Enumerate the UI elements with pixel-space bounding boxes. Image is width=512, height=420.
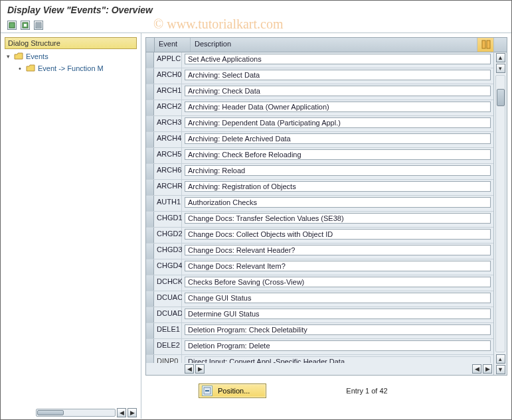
row-handle[interactable] [146,339,154,354]
description-field[interactable]: Archiving: Registration of Objects [185,181,491,192]
description-field[interactable]: Change Docs: Relevant Header? [185,245,491,255]
row-handle[interactable] [146,307,154,322]
hscroll-right-icon[interactable]: ▶ [128,408,137,417]
table-row[interactable]: DCHCKChecks Before Saving (Cross-View) [146,275,493,291]
description-field[interactable]: Archiving: Delete Archived Data [185,133,491,144]
svg-rect-2 [24,24,27,27]
description-field[interactable]: Deletion Program: Delete [185,340,491,351]
cell-event: ARCH1 [154,84,182,100]
description-field[interactable]: Checks Before Saving (Cross-View) [185,277,491,287]
row-handle[interactable] [146,291,154,307]
table-row[interactable]: DCUACChange GUI Status [146,291,493,307]
table-row[interactable]: ARCH6Archiving: Reload [146,164,493,180]
table-rows: APPLCSet Active ApplicationsARCH0Archivi… [146,52,493,363]
tree-bullet-icon: • [17,64,23,72]
row-handle[interactable] [146,52,154,68]
col-header-description[interactable]: Description [191,38,477,52]
description-field[interactable]: Archiving: Select Data [185,70,491,80]
toolbar-btn-3[interactable] [34,21,43,30]
table-hscroll-right-icon[interactable]: ▶ [195,364,205,374]
cell-description: Deletion Program: Delete [182,339,493,354]
row-handle[interactable] [146,164,154,179]
hscroll-thumb[interactable] [37,410,64,415]
tree-node-event-function[interactable]: • Event -> Function M [5,62,141,74]
hscroll-left-icon[interactable]: ◀ [117,408,126,417]
table-row[interactable]: CHGD1Change Docs: Transfer Selection Val… [146,212,493,228]
cell-description: Direct Input: Convert Appl.-Specific Hea… [182,355,493,363]
table-row[interactable]: ARCH4Archiving: Delete Archived Data [146,132,493,148]
vscroll-up-icon[interactable]: ▲ [496,53,505,62]
position-icon [202,385,213,396]
description-field[interactable]: Archiving: Header Data (Owner Applicatio… [185,102,491,112]
table-row[interactable]: ARCH5Archiving: Check Before Reloading [146,148,493,164]
row-handle[interactable] [146,323,154,338]
row-handle[interactable] [146,275,154,291]
description-field[interactable]: Direct Input: Convert Appl.-Specific Hea… [185,356,491,363]
hscroll-track[interactable] [36,409,116,417]
dialog-structure-panel: Dialog Structure ▾ Events • Event -> Fun… [1,33,141,419]
description-field[interactable]: Archiving: Check Data [185,86,491,96]
row-handle[interactable] [146,132,154,147]
table-row[interactable]: DINP0Direct Input: Convert Appl.-Specifi… [146,355,493,363]
vscroll-up2-icon[interactable]: ▾ [496,64,505,73]
description-field[interactable]: Change Docs: Transfer Selection Values (… [185,213,491,224]
toolbar-btn-1[interactable] [7,21,17,30]
description-field[interactable]: Archiving: Check Before Reloading [185,149,491,160]
table-row[interactable]: DELE1Deletion Program: Check Deletabilit… [146,323,493,339]
row-handle[interactable] [146,68,154,84]
cell-event: APPLC [154,52,182,68]
description-field[interactable]: Change Docs: Collect Objects with Object… [185,229,491,240]
cell-event: ARCH5 [154,148,182,163]
table-row[interactable]: ARCHRArchiving: Registration of Objects [146,180,493,196]
table-hscroll-left2-icon[interactable]: ◀ [472,364,481,374]
description-field[interactable]: Deletion Program: Check Deletability [185,324,491,335]
row-handle[interactable] [146,212,154,227]
tree-collapse-icon[interactable]: ▾ [5,53,11,60]
vscroll-down-icon[interactable]: ▼ [496,365,505,374]
description-field[interactable]: Change Docs: Relevant Item? [185,261,491,271]
table-row[interactable]: ARCH2Archiving: Header Data (Owner Appli… [146,100,493,116]
table-row[interactable]: ARCH0Archiving: Select Data [146,68,493,84]
row-handle[interactable] [146,180,154,195]
position-button[interactable]: Position... [199,384,266,398]
cell-event: ARCH6 [154,164,182,179]
dialog-structure-hscroll: ◀ ▶ [1,407,141,419]
table-row[interactable]: CHGD4Change Docs: Relevant Item? [146,259,493,275]
row-handle[interactable] [146,244,154,259]
tree-node-events[interactable]: ▾ Events [5,50,141,62]
row-handle[interactable] [146,100,154,115]
table-row[interactable]: APPLCSet Active Applications [146,52,493,68]
description-field[interactable]: Archiving: Dependent Data (Participating… [185,117,491,128]
cell-description: Change Docs: Relevant Header? [182,244,493,259]
vscroll-thumb[interactable] [497,89,505,106]
table-row[interactable]: ARCH3Archiving: Dependent Data (Particip… [146,116,493,132]
row-handle[interactable] [146,196,154,211]
table-row[interactable]: DELE2Deletion Program: Delete [146,339,493,355]
toolbar-btn-2[interactable] [21,21,30,30]
description-field[interactable]: Archiving: Reload [185,165,491,176]
table-row[interactable]: CHGD3Change Docs: Relevant Header? [146,244,493,259]
row-handle[interactable] [146,259,154,275]
vscroll-track[interactable] [495,75,505,352]
table-row[interactable]: ARCH1Archiving: Check Data [146,84,493,100]
col-header-event[interactable]: Event [155,38,191,52]
vscroll-down2-icon[interactable]: ▴ [496,354,505,364]
table-row[interactable]: CHGD2Change Docs: Collect Objects with O… [146,228,493,244]
row-handle[interactable] [146,116,154,131]
description-field[interactable]: Change GUI Status [185,293,491,303]
description-field[interactable]: Authorization Checks [185,197,491,208]
table-row[interactable]: DCUADDetermine GUI Status [146,307,493,323]
description-field[interactable]: Determine GUI Status [185,309,491,319]
table-hscroll-left-icon[interactable]: ◀ [185,364,194,374]
table-config-icon[interactable] [477,38,493,52]
row-handle[interactable] [146,84,154,100]
cell-event: CHGD4 [154,259,182,275]
description-field[interactable]: Set Active Applications [185,54,491,64]
table-hscroll-right2-icon[interactable]: ▶ [483,364,492,374]
row-handle[interactable] [146,355,154,363]
footer: Position... Entry 1 of 42 [145,376,507,398]
row-handle[interactable] [146,228,154,243]
page-title: Display View "Events": Overview [1,1,511,19]
row-handle[interactable] [146,148,154,163]
table-row[interactable]: AUTH1Authorization Checks [146,196,493,212]
